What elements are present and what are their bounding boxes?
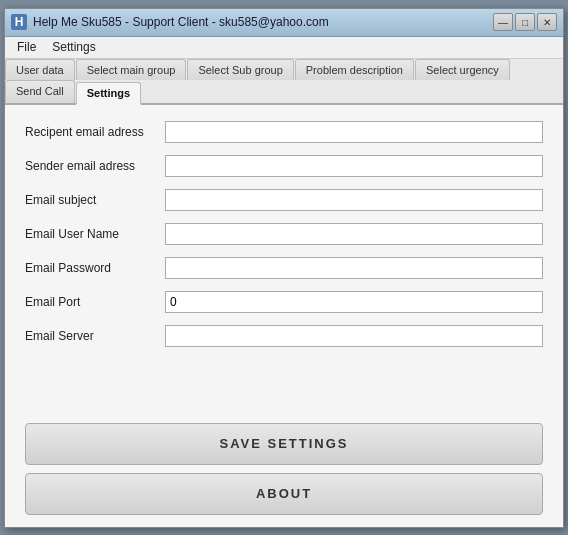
form-row-email-port: Email Port (25, 291, 543, 313)
tab-select-sub-group[interactable]: Select Sub group (187, 59, 293, 80)
window-controls: — □ ✕ (493, 13, 557, 31)
input-sender-email[interactable] (165, 155, 543, 177)
form-row-email-subject: Email subject (25, 189, 543, 211)
form-row-email-username: Email User Name (25, 223, 543, 245)
window-title: Help Me Sku585 - Support Client - sku585… (33, 15, 493, 29)
close-button[interactable]: ✕ (537, 13, 557, 31)
input-recipient-email[interactable] (165, 121, 543, 143)
form-row-recipient-email: Recipent email adress (25, 121, 543, 143)
tab-problem-description[interactable]: Problem description (295, 59, 414, 80)
label-recipient-email: Recipent email adress (25, 125, 165, 139)
minimize-button[interactable]: — (493, 13, 513, 31)
tab-settings[interactable]: Settings (76, 82, 141, 105)
label-sender-email: Sender email adress (25, 159, 165, 173)
tab-user-data[interactable]: User data (5, 59, 75, 80)
label-email-server: Email Server (25, 329, 165, 343)
tab-send-call[interactable]: Send Call (5, 80, 75, 103)
label-email-password: Email Password (25, 261, 165, 275)
label-email-username: Email User Name (25, 227, 165, 241)
input-email-server[interactable] (165, 325, 543, 347)
settings-content: Recipent email adress Sender email adres… (5, 105, 563, 415)
menu-file[interactable]: File (9, 38, 44, 56)
button-area: SAVE SETTINGS ABOUT (5, 415, 563, 527)
about-button[interactable]: ABOUT (25, 473, 543, 515)
tab-select-urgency[interactable]: Select urgency (415, 59, 510, 80)
save-settings-button[interactable]: SAVE SETTINGS (25, 423, 543, 465)
app-icon: H (11, 14, 27, 30)
label-email-subject: Email subject (25, 193, 165, 207)
input-email-subject[interactable] (165, 189, 543, 211)
form-row-sender-email: Sender email adress (25, 155, 543, 177)
title-bar: H Help Me Sku585 - Support Client - sku5… (5, 9, 563, 37)
form-row-email-password: Email Password (25, 257, 543, 279)
input-email-username[interactable] (165, 223, 543, 245)
maximize-button[interactable]: □ (515, 13, 535, 31)
input-email-port[interactable] (165, 291, 543, 313)
input-email-password[interactable] (165, 257, 543, 279)
menu-bar: File Settings (5, 37, 563, 59)
form-row-email-server: Email Server (25, 325, 543, 347)
menu-settings[interactable]: Settings (44, 38, 103, 56)
tab-bar: User data Select main group Select Sub g… (5, 59, 563, 105)
main-window: H Help Me Sku585 - Support Client - sku5… (4, 8, 564, 528)
label-email-port: Email Port (25, 295, 165, 309)
tab-select-main-group[interactable]: Select main group (76, 59, 187, 80)
